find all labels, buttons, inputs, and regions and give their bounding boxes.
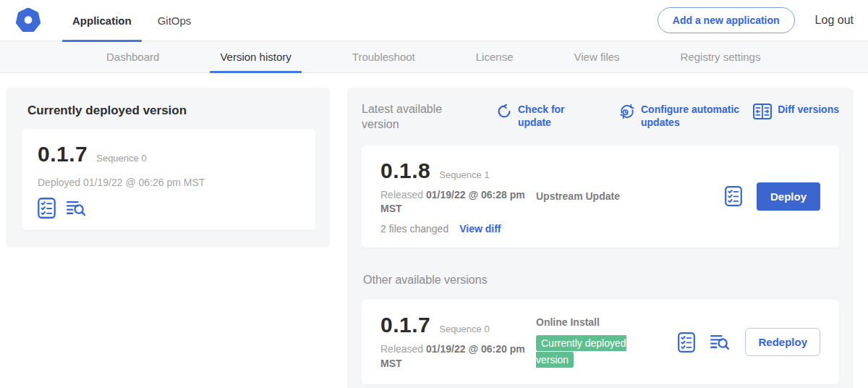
deploy-button[interactable]: Deploy — [757, 182, 820, 211]
other-version-number: 0.1.7 — [380, 313, 430, 337]
configure-automatic-updates-link[interactable]: Configure automatic updates — [619, 104, 751, 129]
main-content: Currently deployed version 0.1.7 Sequenc… — [0, 73, 868, 388]
app-logo-icon — [16, 8, 41, 33]
view-logs-icon[interactable] — [710, 333, 731, 351]
tab-dashboard[interactable]: Dashboard — [96, 41, 169, 72]
header-tab-label: GitOps — [158, 14, 192, 27]
refresh-icon — [496, 104, 512, 119]
app-header: Application GitOps Add a new application… — [0, 0, 868, 41]
redeploy-button[interactable]: Redeploy — [745, 328, 820, 356]
header-tab-gitops[interactable]: GitOps — [148, 0, 202, 41]
check-for-update-link[interactable]: Check for update — [496, 104, 571, 129]
latest-sequence-label: Sequence 1 — [439, 169, 489, 180]
tab-troubleshoot[interactable]: Troubleshoot — [342, 41, 425, 72]
app-subnav: Dashboard Version history Troubleshoot L… — [0, 41, 868, 73]
preflight-checklist-icon[interactable] — [678, 332, 695, 353]
other-released-timestamp: Released 01/19/22 @ 06:20 pm MST — [380, 342, 529, 371]
preflight-checklist-icon[interactable] — [725, 186, 742, 206]
deployed-timestamp: Deployed 01/19/22 @ 06:26 pm MST — [38, 177, 299, 188]
currently-deployed-badge: Currently deployed version — [536, 335, 626, 368]
tab-view-files[interactable]: View files — [563, 41, 629, 72]
currently-deployed-title: Currently deployed version — [27, 104, 315, 118]
header-tab-application[interactable]: Application — [62, 0, 142, 41]
tab-version-history[interactable]: Version history — [210, 41, 301, 72]
diff-versions-link[interactable]: Diff versions — [753, 104, 839, 119]
tab-license[interactable]: License — [466, 41, 524, 72]
install-type-label: Online Install — [536, 316, 660, 328]
files-changed-count: 2 files changed — [380, 223, 448, 235]
latest-version-card: 0.1.8 Sequence 1 Released 01/19/22 @ 06:… — [362, 146, 839, 248]
other-version-source: Online Install Currently deployed versio… — [536, 316, 660, 368]
latest-version-source: Upstream Update — [536, 190, 660, 202]
latest-version-number: 0.1.8 — [380, 159, 430, 183]
currently-deployed-panel: Currently deployed version 0.1.7 Sequenc… — [6, 88, 330, 248]
tab-registry-settings[interactable]: Registry settings — [671, 41, 771, 72]
add-new-application-button[interactable]: Add a new application — [658, 7, 795, 33]
preflight-checklist-icon[interactable] — [38, 198, 56, 219]
latest-available-title: Latest available version — [362, 102, 470, 132]
other-version-card: 0.1.7 Sequence 0 Released 01/19/22 @ 06:… — [362, 300, 839, 384]
other-sequence-label: Sequence 0 — [439, 324, 489, 334]
clock-refresh-icon — [619, 104, 635, 119]
available-versions-panel: Latest available version Check for updat… — [347, 88, 854, 388]
header-tab-label: Application — [72, 14, 132, 27]
other-available-versions-title: Other available versions — [363, 274, 839, 287]
deployed-version-card: 0.1.7 Sequence 0 Deployed 01/19/22 @ 06:… — [22, 129, 315, 230]
view-logs-icon[interactable] — [66, 199, 87, 217]
diff-icon — [753, 104, 772, 119]
latest-released-timestamp: Released 01/19/22 @ 06:28 pm MST — [380, 188, 529, 217]
logout-link[interactable]: Log out — [815, 14, 854, 27]
view-diff-link[interactable]: View diff — [459, 223, 501, 235]
deployed-sequence-label: Sequence 0 — [96, 153, 146, 164]
deployed-version-number: 0.1.7 — [38, 142, 88, 166]
